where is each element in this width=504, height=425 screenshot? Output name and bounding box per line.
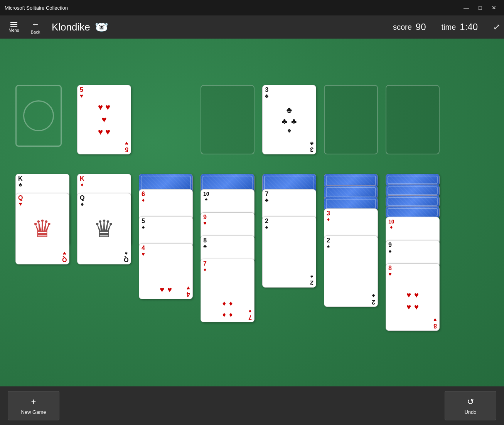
time-value: 1:40 [460, 22, 478, 32]
close-button[interactable]: ✕ [489, 2, 499, 13]
undo-icon: ↺ [467, 397, 474, 407]
tableau-col5-card3[interactable]: 3 ♦ [324, 208, 378, 239]
title-bar: Microsoft Solitaire Collection — □ ✕ [0, 0, 504, 15]
tableau-col5-card4[interactable]: 2 ♠ 2 ♠ [324, 235, 378, 307]
undo-label: Undo [464, 409, 476, 415]
card-bottom-right: 5 ♥ [125, 141, 128, 152]
foundation-4[interactable] [386, 85, 440, 154]
tableau-col2-card2[interactable]: 5 ♠ [139, 216, 193, 247]
menu-button[interactable]: Menu [4, 17, 24, 37]
card-top-left: 3 ♣ [265, 87, 268, 98]
tableau-col2-card1[interactable]: 6 ♦ [139, 189, 193, 220]
back-label: Back [31, 30, 40, 34]
back-arrow-icon: ← [32, 20, 39, 29]
expand-button[interactable]: ⤢ [493, 22, 500, 32]
app-title: Microsoft Solitaire Collection [5, 5, 68, 11]
window-controls: — □ ✕ [461, 2, 499, 13]
tableau-col4-card1[interactable]: 7 ♣ [262, 189, 316, 220]
card-bottom-right: 3 ♣ [310, 141, 314, 152]
bottom-bar: + New Game ↺ Undo [0, 386, 504, 425]
tableau-col2-card3[interactable]: 4 ♥ ♥♥ 4 ♥ [139, 243, 193, 299]
foundation-2[interactable]: 3 ♣ ♣ ♣♣ ♣ 3 ♣ [262, 85, 316, 154]
stock-empty-indicator [23, 100, 54, 131]
hamburger-icon [10, 22, 17, 27]
polar-bear-icon: 🐻‍❄️ [95, 21, 108, 34]
score-section: score 90 time 1:40 ⤢ [393, 22, 500, 32]
toolbar: Menu ← Back Klondike 🐻‍❄️ score 90 time … [0, 15, 504, 39]
maximize-button[interactable]: □ [475, 2, 485, 13]
back-button[interactable]: ← Back [25, 17, 46, 37]
new-game-label: New Game [21, 409, 46, 415]
new-game-icon: + [31, 397, 36, 407]
minimize-button[interactable]: — [461, 2, 472, 13]
score-value: 90 [416, 22, 426, 32]
menu-label: Menu [8, 28, 19, 32]
stock-pile[interactable] [15, 85, 62, 147]
card-top-left: 5 ♥ [80, 87, 83, 98]
tableau-col0-card1[interactable]: Q ♥ ♛ Q ♥ [15, 193, 69, 264]
tableau-col1-card1[interactable]: Q ♠ ♛ Q ♠ [77, 193, 131, 264]
waste-pile-card[interactable]: 5 ♥ ♥♥ ♥ ♥♥ 5 ♥ [77, 85, 131, 154]
new-game-button[interactable]: + New Game [8, 391, 59, 420]
tableau-col3-card4[interactable]: 7 ♦ ♦♦ ♦♦ 7 ♦ [201, 259, 255, 322]
time-label: time [441, 23, 456, 32]
game-area: 5 ♥ ♥♥ ♥ ♥♥ 5 ♥ 3 ♣ ♣ ♣♣ ♣ 3 ♣ [0, 39, 504, 386]
score-label: score [393, 23, 412, 32]
tableau-col4-card2[interactable]: 2 ♠ 2 ♠ [262, 216, 316, 288]
foundation-1[interactable] [201, 85, 255, 154]
foundation-3[interactable] [324, 85, 378, 154]
undo-button[interactable]: ↺ Undo [445, 391, 496, 420]
game-title: Klondike [52, 21, 90, 33]
tableau-col6-card6[interactable]: 8 ♥ ♥♥ ♥♥ 8 ♥ [386, 263, 440, 331]
